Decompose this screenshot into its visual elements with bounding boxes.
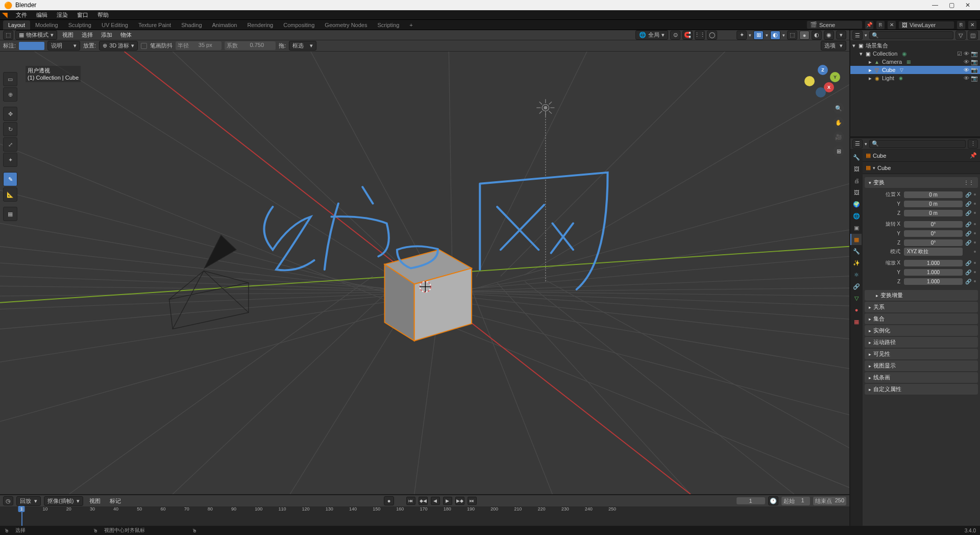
timeline-editor-icon[interactable]: ◷	[3, 496, 13, 505]
outliner-light[interactable]: ▸◉Light◉ 👁📷	[850, 74, 980, 82]
rot-y[interactable]: 0°	[904, 230, 963, 237]
panel-deltatransform[interactable]: ▸变换增量	[865, 290, 978, 301]
start-frame[interactable]: 起始1	[781, 497, 810, 505]
propedit-icon[interactable]: ◯	[707, 31, 717, 40]
radius-field[interactable]: 半径 35 px	[176, 41, 222, 50]
ptab-texture[interactable]: ▦	[850, 316, 862, 327]
close-button[interactable]: ✕	[960, 2, 976, 9]
grid-icon[interactable]: ⊞	[833, 145, 844, 157]
panel-viewportdisplay[interactable]: ▸视图显示	[865, 360, 978, 371]
ptab-constraints[interactable]: 🔗	[850, 281, 862, 292]
camera-icon[interactable]: 🎥	[833, 131, 844, 142]
overlays-toggle[interactable]: ⊞	[753, 31, 764, 40]
outliner-camera[interactable]: ▸▲Camera▦ 👁📷	[850, 58, 980, 66]
lock-icon[interactable]	[974, 193, 976, 196]
render-icon[interactable]: 📷	[971, 75, 978, 82]
chevron-down-icon[interactable]: ▾	[766, 33, 768, 38]
pan-icon[interactable]: ✋	[833, 117, 844, 128]
props-search[interactable]: 🔍	[869, 140, 966, 148]
play-rev-icon[interactable]: ◀	[431, 497, 440, 505]
panel-customprops[interactable]: ▸自定义属性	[865, 384, 978, 395]
ptab-particles[interactable]: ✨	[850, 257, 862, 269]
eye-icon[interactable]: 👁	[964, 75, 969, 82]
viewlayer-selector[interactable]: 🖼 ViewLayer	[898, 21, 954, 29]
mode-dropdown[interactable]: ▦ 物体模式 ▾	[15, 30, 57, 40]
maximize-button[interactable]: ▢	[943, 2, 960, 9]
nav-gizmo[interactable]: Z Y X	[804, 66, 840, 102]
orientation-dropdown[interactable]: 🌐 全局 ▾	[635, 30, 668, 40]
anno-color[interactable]	[19, 42, 44, 50]
eye-icon[interactable]: 👁	[964, 67, 969, 74]
snap-type-icon[interactable]: ⋮⋮	[695, 31, 705, 40]
tool-rotate[interactable]: ↻	[3, 122, 17, 136]
tab-compositing[interactable]: Compositing	[278, 20, 320, 30]
tool-cursor[interactable]: ⊕	[3, 87, 17, 102]
tab-modeling[interactable]: Modeling	[30, 20, 63, 30]
outliner-editor-icon[interactable]: ☰	[852, 31, 863, 40]
ptab-render[interactable]: 🖼	[850, 163, 862, 175]
options-icon[interactable]: ⋮	[968, 139, 978, 149]
jump-end-icon[interactable]: ⏭	[468, 497, 477, 505]
scene-pin-icon[interactable]: 📌	[865, 20, 874, 30]
filter-icon[interactable]: ▽	[955, 31, 966, 40]
ptab-output[interactable]: 🖨	[850, 175, 862, 186]
scl-y[interactable]: 1.000	[904, 269, 963, 276]
tool-select[interactable]: ▭	[3, 72, 17, 86]
menu-add[interactable]: 添加	[98, 30, 115, 40]
outliner-scene-collection[interactable]: ▾▣场景集合	[850, 41, 980, 50]
ptab-viewlayer[interactable]: 🖼	[850, 187, 862, 198]
panel-collections[interactable]: ▸集合	[865, 313, 978, 324]
tab-geonodes[interactable]: Geometry Nodes	[320, 20, 372, 30]
options-dropdown[interactable]: 选项▾	[821, 41, 846, 51]
placement-dropdown[interactable]: ⊕ 3D 游标 ▾	[99, 41, 138, 51]
newcoll-icon[interactable]: ◫	[968, 31, 978, 40]
scl-x[interactable]: 1.000	[904, 260, 963, 266]
panel-lineart[interactable]: ▸线条画	[865, 372, 978, 383]
props-editor-icon[interactable]: ☰	[852, 139, 863, 149]
panel-visibility[interactable]: ▸可见性	[865, 349, 978, 359]
tool-transform[interactable]: ✦	[3, 153, 17, 167]
outliner-cube[interactable]: ▸▽Cube▽ 👁📷	[850, 66, 980, 74]
rot-x[interactable]: 0°	[904, 221, 963, 228]
autokey-icon[interactable]: ●	[384, 496, 394, 505]
tab-layout[interactable]: Layout	[3, 20, 30, 30]
ptab-collection[interactable]: ▣	[850, 222, 862, 233]
menu-render[interactable]: 渲染	[53, 10, 72, 20]
keyframe-prev-icon[interactable]: ◆◀	[419, 497, 428, 505]
zoom-icon[interactable]: 🔍	[833, 103, 844, 114]
menu-window[interactable]: 窗口	[73, 10, 92, 20]
viewlayer-del-icon[interactable]: ✕	[968, 20, 977, 30]
panel-instancing[interactable]: ▸实例化	[865, 325, 978, 336]
scene-new-icon[interactable]: ⎘	[876, 20, 885, 30]
factor-field[interactable]: 系数 0.750	[225, 41, 276, 50]
gizmo-icon[interactable]: ✦	[737, 31, 747, 40]
scene-del-icon[interactable]: ✕	[887, 20, 896, 30]
menu-edit[interactable]: 编辑	[32, 10, 52, 20]
editor-type-icon[interactable]: ⬚	[3, 31, 13, 40]
xray-toggle[interactable]: ◐	[770, 31, 780, 40]
shade-solid-icon[interactable]: ●	[799, 31, 810, 40]
jump-start-icon[interactable]: ⏮	[406, 497, 415, 505]
ptab-material[interactable]: ●	[850, 304, 862, 315]
checkbox-icon[interactable]: ☑	[957, 51, 962, 57]
ptab-modifiers[interactable]: 🔧	[850, 246, 862, 257]
tool-annotate[interactable]: ✎	[3, 172, 17, 186]
props-objname[interactable]: ▦ ▾ Cube	[863, 162, 980, 174]
playback-dd[interactable]: 回放▾	[16, 496, 41, 506]
ptab-scene[interactable]: 🌍	[850, 199, 862, 210]
tl-view[interactable]: 视图	[86, 496, 104, 506]
shade-render-icon[interactable]: ◉	[824, 31, 834, 40]
loc-x[interactable]: 0 m	[904, 191, 963, 198]
render-icon[interactable]: 📷	[971, 67, 978, 74]
outliner-collection[interactable]: ▾▣Collection◉ ☑👁📷	[850, 50, 980, 58]
tab-add[interactable]: +	[404, 20, 418, 30]
chevron-down-icon[interactable]: ▾	[865, 33, 867, 38]
tool-measure[interactable]: 📐	[3, 187, 17, 202]
rot-z[interactable]: 0°	[904, 239, 963, 246]
ptab-world[interactable]: 🌐	[850, 210, 862, 222]
scene-selector[interactable]: 🎬 Scene	[806, 20, 863, 29]
tab-scripting[interactable]: Scripting	[372, 20, 404, 30]
ptab-object[interactable]: ▦	[850, 234, 862, 245]
menu-file[interactable]: 文件	[12, 10, 31, 20]
panel-motionpaths[interactable]: ▸运动路径	[865, 337, 978, 348]
